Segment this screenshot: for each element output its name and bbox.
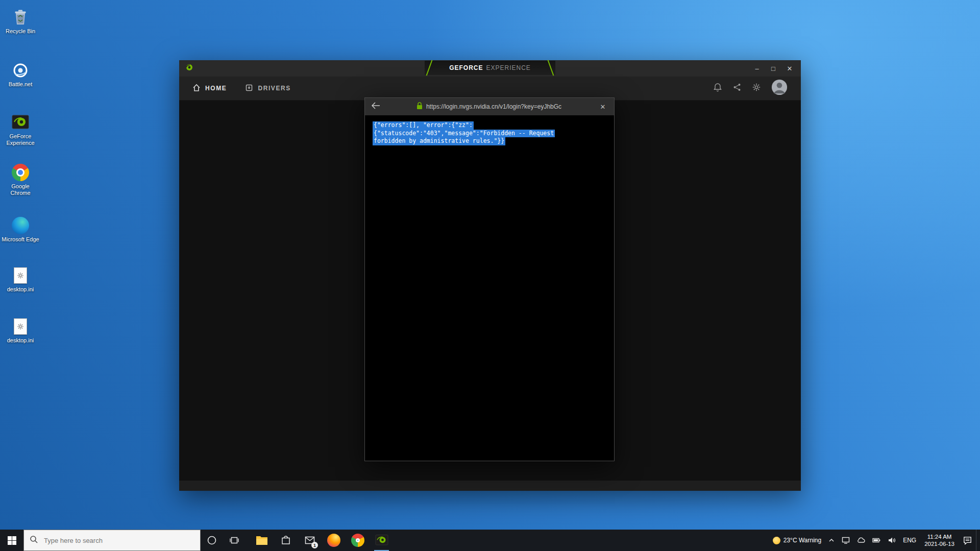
maximize-button[interactable]: □ xyxy=(765,60,781,77)
search-icon xyxy=(30,535,38,545)
geforce-experience-logo: GEFORCE EXPERIENCE xyxy=(425,61,555,75)
login-webview-popup: https://login.nvgs.nvidia.cn/v1/login?ke… xyxy=(364,97,615,461)
close-button[interactable]: ✕ xyxy=(781,60,798,77)
desktop-icon-edge[interactable]: Microsoft Edge xyxy=(0,216,41,243)
language-indicator[interactable]: ENG xyxy=(899,530,920,551)
display-tray-icon[interactable] xyxy=(838,530,853,551)
desktop-icon-battlenet[interactable]: Battle.net xyxy=(0,61,41,88)
mail-badge: 1 xyxy=(311,542,318,548)
tab-home-label: HOME xyxy=(205,85,227,92)
desktop-icon-geforce[interactable]: GeForce Experience xyxy=(0,113,41,146)
weather-text: 23°C Warning xyxy=(783,537,821,544)
battlenet-icon xyxy=(11,61,30,80)
popup-url-text: https://login.nvgs.nvidia.cn/v1/login?ke… xyxy=(426,103,561,110)
desktop-icon-label: Microsoft Edge xyxy=(2,236,39,243)
taskbar-mail[interactable]: 1 xyxy=(298,530,322,551)
recycle-bin-icon xyxy=(11,8,30,27)
pinned-apps: 1 xyxy=(250,530,394,551)
logo-text-experience: EXPERIENCE xyxy=(486,64,530,71)
hidden-icons-chevron[interactable] xyxy=(825,530,838,551)
desktop-icon-label: Battle.net xyxy=(9,81,32,88)
taskbar-clock[interactable]: 11:24 AM 2021-06-13 xyxy=(920,530,959,551)
geforce-icon xyxy=(11,113,30,132)
task-view-button[interactable] xyxy=(223,530,246,551)
tab-drivers-label: DRIVERS xyxy=(258,85,291,92)
desktop-background: { "desktop": { "icons": [ {"label": "Rec… xyxy=(0,0,980,551)
clock-time: 11:24 AM xyxy=(927,533,952,540)
desktop-icon-desktop-ini-2[interactable]: desktop.ini xyxy=(0,317,41,344)
window-footer xyxy=(179,481,801,491)
json-line: forbidden by administrative rules."}} xyxy=(373,137,505,145)
desktop-icon-label: Recycle Bin xyxy=(6,28,35,35)
share-icon[interactable] xyxy=(732,83,742,94)
start-button[interactable] xyxy=(0,530,23,551)
taskbar: 1 23°C Warning ENG 11:24 A xyxy=(0,530,980,551)
window-titlebar[interactable]: GEFORCE EXPERIENCE – □ ✕ xyxy=(179,60,801,77)
taskbar-store[interactable] xyxy=(274,530,298,551)
taskbar-search[interactable] xyxy=(23,530,201,551)
desktop-icon-label: Google Chrome xyxy=(2,183,39,196)
user-avatar[interactable] xyxy=(771,79,788,97)
ini-file-icon xyxy=(11,317,30,336)
show-desktop-button[interactable] xyxy=(976,530,980,551)
popup-json-response: {"errors":[], "error":{"zz": {"statuscod… xyxy=(365,115,614,145)
desktop-icon-chrome[interactable]: Google Chrome xyxy=(0,163,41,196)
popup-header: https://login.nvgs.nvidia.cn/v1/login?ke… xyxy=(365,98,614,115)
back-arrow-icon[interactable] xyxy=(371,102,380,111)
secure-lock-icon xyxy=(416,102,423,112)
taskbar-chrome[interactable] xyxy=(346,530,370,551)
taskbar-geforce-experience[interactable] xyxy=(370,530,394,551)
json-line: {"statuscode":"403","message":"Forbidden… xyxy=(373,130,555,138)
home-icon xyxy=(192,84,201,93)
clock-date: 2021-06-13 xyxy=(924,540,954,547)
desktop-icon-desktop-ini-1[interactable]: desktop.ini xyxy=(0,266,41,293)
desktop-icon-label: desktop.ini xyxy=(7,337,34,344)
volume-tray-icon[interactable] xyxy=(884,530,899,551)
notifications-bell-icon[interactable] xyxy=(713,83,722,94)
json-line: {"errors":[], "error":{"zz": xyxy=(373,121,474,130)
ini-file-icon xyxy=(11,266,30,285)
battery-tray-icon[interactable] xyxy=(869,530,884,551)
logo-accent-left xyxy=(426,60,433,76)
tab-drivers[interactable]: DRIVERS xyxy=(245,84,291,93)
tab-home[interactable]: HOME xyxy=(192,84,227,93)
taskbar-file-explorer[interactable] xyxy=(250,530,274,551)
search-input[interactable] xyxy=(43,536,194,545)
popup-close-icon[interactable]: ✕ xyxy=(598,103,608,111)
desktop-icon-label: desktop.ini xyxy=(7,286,34,293)
system-tray: 23°C Warning ENG 11:24 AM 2021-06-13 xyxy=(769,530,980,551)
chrome-icon xyxy=(11,163,30,182)
action-center-icon[interactable] xyxy=(959,530,976,551)
nvidia-logo-icon xyxy=(185,63,193,73)
app-navbar: HOME DRIVERS xyxy=(179,77,801,101)
taskbar-firefox[interactable] xyxy=(322,530,346,551)
logo-accent-right xyxy=(548,60,554,76)
weather-widget[interactable]: 23°C Warning xyxy=(769,530,825,551)
settings-gear-icon[interactable] xyxy=(752,83,761,94)
edge-icon xyxy=(11,216,30,235)
cloud-tray-icon[interactable] xyxy=(853,530,869,551)
cortana-button[interactable] xyxy=(201,530,223,551)
logo-text-geforce: GEFORCE xyxy=(449,64,483,71)
minimize-button[interactable]: – xyxy=(749,60,765,77)
drivers-icon xyxy=(245,84,253,93)
weather-sun-icon xyxy=(773,537,780,544)
desktop-icon-recycle-bin[interactable]: Recycle Bin xyxy=(0,8,41,35)
desktop-icon-label: GeForce Experience xyxy=(2,133,39,146)
